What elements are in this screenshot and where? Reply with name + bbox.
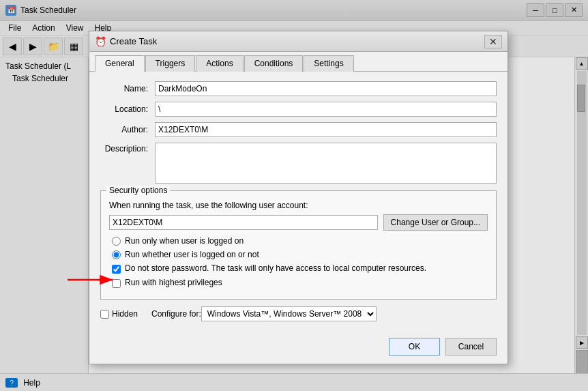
description-label: Description: (100, 144, 155, 154)
arrow-indicator (65, 270, 119, 292)
hidden-label: Hidden (112, 309, 138, 319)
name-label: Name: (100, 84, 155, 93)
ok-button[interactable]: OK (389, 338, 440, 356)
tab-settings[interactable]: Settings (304, 55, 353, 72)
dialog-title: Create Task (110, 36, 157, 46)
tab-triggers[interactable]: Triggers (145, 55, 196, 72)
description-row: Description: (100, 143, 497, 184)
location-input[interactable] (155, 102, 497, 117)
dialog-icon: ⏰ (95, 36, 106, 47)
account-label: When running the task, use the following… (109, 201, 488, 210)
bottom-area: Hidden Configure for: Windows Vista™, Wi… (100, 306, 497, 321)
radio2-row: Run whether user is logged on or not (112, 250, 488, 259)
dialog-body: Name: Location: Author: Description: Sec… (89, 72, 508, 331)
location-label: Location: (100, 104, 155, 114)
checkbox1-row: Do not store password. The task will onl… (112, 263, 488, 274)
tab-general[interactable]: General (95, 55, 145, 72)
location-row: Location: (100, 102, 497, 117)
checkbox1-label: Do not store password. The task will onl… (125, 263, 426, 273)
dialog-close-button[interactable]: ✕ (484, 35, 502, 48)
tab-conditions[interactable]: Conditions (244, 55, 304, 72)
dialog-titlebar: ⏰ Create Task ✕ (89, 31, 508, 52)
radio-logged-on[interactable] (112, 237, 121, 246)
name-row: Name: (100, 81, 497, 96)
radio1-row: Run only when user is logged on (112, 236, 488, 246)
dialog-tabs: General Triggers Actions Conditions Sett… (89, 52, 508, 72)
security-group: Security options When running the task, … (100, 190, 497, 300)
hidden-checkbox-row: Hidden (100, 309, 138, 319)
author-row: Author: (100, 122, 497, 137)
radio1-label: Run only when user is logged on (125, 236, 244, 246)
create-task-dialog: ⏰ Create Task ✕ General Triggers Actions… (89, 31, 508, 364)
description-input[interactable] (155, 143, 497, 184)
cancel-button[interactable]: Cancel (445, 338, 497, 356)
modal-overlay: ⏰ Create Task ✕ General Triggers Actions… (0, 0, 588, 391)
checkbox2-label: Run with highest privileges (125, 278, 222, 287)
configure-label: Configure for: (151, 309, 201, 319)
tab-actions[interactable]: Actions (196, 55, 243, 72)
configure-select[interactable]: Windows Vista™, Windows Server™ 2008 Win… (201, 306, 377, 321)
checkbox2-row: Run with highest privileges (112, 278, 488, 288)
radio2-label: Run whether user is logged on or not (125, 250, 259, 259)
name-input[interactable] (155, 81, 497, 96)
security-legend: Security options (106, 186, 170, 195)
author-label: Author: (100, 125, 155, 134)
author-input[interactable] (155, 122, 497, 137)
account-row: Change User or Group... (109, 214, 488, 231)
account-input[interactable] (109, 215, 378, 230)
hidden-checkbox[interactable] (100, 310, 109, 319)
dialog-buttons: OK Cancel (89, 331, 508, 364)
change-user-button[interactable]: Change User or Group... (383, 214, 488, 231)
radio-whether-logged[interactable] (112, 250, 121, 259)
